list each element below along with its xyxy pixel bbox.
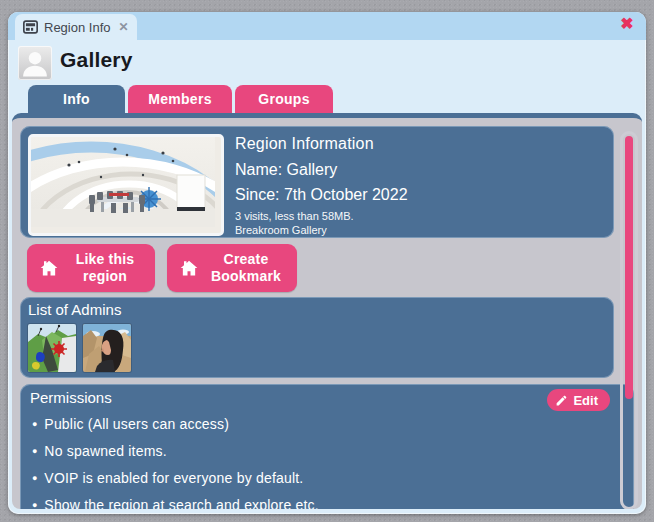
region-info-text: Region Information Name: Gallery Since: … [235, 135, 604, 237]
edit-label: Edit [573, 393, 598, 408]
permissions-list: Public (All users can access) No spawned… [32, 411, 604, 509]
window-titlebar[interactable]: Region Info ✕ ✖ [8, 12, 646, 40]
permission-item: No spawned items. [32, 438, 604, 465]
region-thumbnail-image [28, 134, 224, 236]
permission-item: Public (All users can access) [32, 411, 604, 438]
window-tab-title: Region Info [44, 20, 111, 35]
person-silhouette-icon [18, 46, 52, 80]
gallery-interior-graphic [31, 137, 215, 227]
permission-item: Show the region at search and explore et… [32, 492, 604, 509]
home-icon [39, 258, 59, 278]
page-title: Gallery [60, 48, 133, 72]
window-tab-region-info[interactable]: Region Info ✕ [15, 14, 137, 40]
like-region-label: Like this region [65, 251, 155, 285]
create-bookmark-button[interactable]: Create Bookmark [167, 244, 297, 292]
window-icon [23, 20, 38, 34]
edit-permissions-button[interactable]: Edit [547, 389, 610, 411]
region-info-window: Region Info ✕ ✖ Gallery Info Members Gro… [8, 12, 646, 514]
admin-avatar-terrain[interactable] [28, 324, 76, 372]
permission-item: VOIP is enabled for everyone by default. [32, 465, 604, 492]
window-close-icon[interactable]: ✖ [617, 14, 637, 34]
tab-info[interactable]: Info [28, 85, 125, 113]
region-since-line: Since: 7th October 2022 [235, 186, 604, 204]
admins-panel: List of Admins [20, 297, 614, 378]
tab-members[interactable]: Members [128, 85, 232, 113]
home-icon [179, 258, 199, 278]
region-stats-line: 3 visits, less than 58MB. [235, 209, 604, 223]
terrain-avatar-graphic [28, 324, 76, 372]
scrollbar-thumb[interactable] [625, 136, 633, 399]
admins-heading: List of Admins [28, 301, 121, 318]
scrollbar-track[interactable] [620, 131, 638, 509]
woman-avatar-graphic [83, 324, 131, 372]
permissions-panel: Permissions Edit Public (All users can a… [20, 384, 634, 509]
pencil-icon [555, 394, 568, 407]
admin-avatar-woman[interactable] [83, 324, 131, 372]
tab-groups[interactable]: Groups [235, 85, 333, 113]
like-region-button[interactable]: Like this region [27, 244, 155, 292]
create-bookmark-label: Create Bookmark [205, 251, 297, 285]
desktop-background: Region Info ✕ ✖ Gallery Info Members Gro… [0, 0, 654, 522]
region-name-line: Name: Gallery [235, 161, 604, 179]
region-avatar [18, 46, 52, 80]
permissions-heading: Permissions [30, 389, 112, 406]
region-information-panel: Region Information Name: Gallery Since: … [20, 126, 614, 238]
tab-close-icon[interactable]: ✕ [119, 20, 129, 34]
info-tab-content: Region Information Name: Gallery Since: … [12, 113, 642, 509]
region-info-heading: Region Information [235, 135, 604, 153]
region-subtitle-line: Breakroom Gallery [235, 223, 604, 237]
